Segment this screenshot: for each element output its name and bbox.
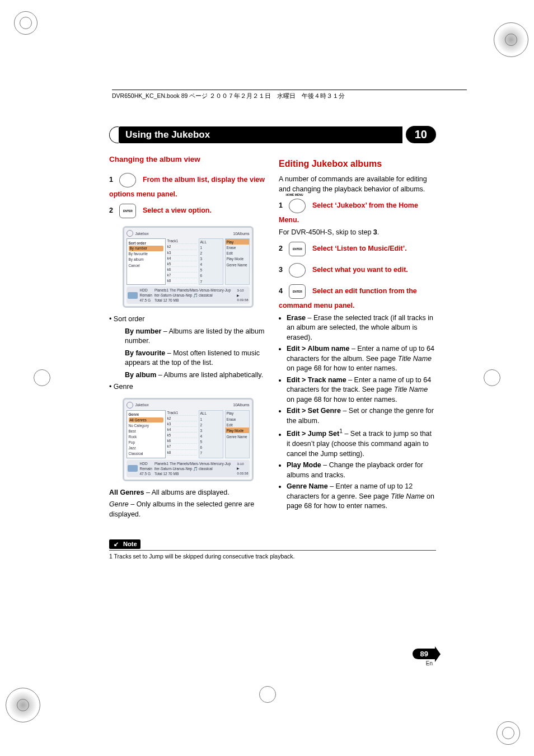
shot-cmd: Edit	[226, 251, 249, 256]
item-text: – Erase the selected track (if all track…	[287, 314, 433, 341]
shot-count: 10Albums	[233, 231, 250, 236]
skip-text: For DVR-450H-S, skip to step	[279, 228, 373, 236]
shot-hdd-label: HDD	[140, 288, 152, 293]
columns: Changing the album view 1 From the album…	[109, 154, 436, 522]
step-text: Select ‘Listen to Music/Edit’.	[312, 245, 407, 253]
step-number: 1	[279, 202, 283, 210]
shot-side-top: ALL	[199, 239, 223, 245]
skip-step: 3	[373, 228, 377, 236]
chapter-number: 10	[406, 126, 436, 143]
body: Using the Jukebox 10 Changing the album …	[109, 126, 436, 672]
shot-cmd: Play Mode	[226, 256, 249, 262]
item-label: Erase	[287, 314, 306, 322]
shot-count: 10Albums	[233, 402, 250, 407]
header-line: DVR650HK_KC_EN.book 89 ページ ２００７年２月２１日 水曜…	[112, 90, 467, 100]
step-number: 2	[279, 245, 283, 253]
shot-pos: 3-10	[237, 288, 248, 293]
heading-change-album-view: Changing the album view	[109, 154, 266, 165]
step-number: 1	[109, 176, 113, 184]
dpad-icon	[117, 171, 138, 190]
shot-cmds: Play Erase Edit Play Mode Genre Name	[225, 238, 250, 285]
shot-title: Jukebox	[135, 231, 149, 236]
allgenres-text: – All albums are displayed.	[144, 489, 229, 496]
item-label: Edit > Track name	[287, 376, 346, 384]
shot-remain-label: Remain	[140, 293, 152, 298]
chapter-cap-icon	[109, 126, 119, 143]
heading-editing-jukebox: Editing Jukebox albums	[279, 158, 436, 170]
list-item: Play Mode – Change the playback order fo…	[287, 461, 436, 480]
shot-cmd: Edit	[226, 422, 249, 428]
left-column: Changing the album view 1 From the album…	[109, 154, 266, 522]
shot-remain-value: 47.5 G	[140, 471, 152, 476]
shot-track-head: Track1	[167, 238, 197, 244]
shot-menu-item: Classical	[129, 451, 163, 457]
step-4: 4 Select an edit function from the comma…	[279, 282, 436, 311]
shot-remain-label: Remain	[140, 466, 152, 471]
shot-menu-item: By favourite	[129, 251, 163, 257]
shot-foot-title: Planets1 The Planets/Mars-Venus-Mercury-…	[154, 461, 235, 466]
sort-item-label: By number	[125, 327, 161, 335]
intro-text: A number of commands are available for e…	[279, 175, 436, 194]
shot-menu-item: Jazz	[129, 445, 163, 450]
list-item: Erase – Erase the selected track (if all…	[287, 313, 436, 343]
page-lang: En	[413, 660, 433, 666]
sort-item-label: By favourite	[125, 349, 165, 357]
dpad-icon	[287, 261, 308, 280]
list-item: Edit > Album name – Enter a name of up t…	[287, 344, 436, 374]
shot-menu-item: Best	[129, 428, 163, 434]
step-number: 3	[279, 266, 283, 274]
shot-cmd: Play Mode	[226, 428, 249, 433]
shot-foot-total: Total 12 70 MB	[154, 471, 235, 476]
shot-remain-value: 47.5 G	[140, 298, 152, 303]
reg-mark-icon	[496, 721, 520, 745]
hdd-icon	[128, 465, 138, 472]
item-text: on page 68 for how to enter names.	[287, 364, 397, 372]
allgenres-label: All Genres	[109, 489, 144, 496]
reg-mark-icon	[34, 369, 50, 386]
note-flag-text: Note	[123, 541, 137, 547]
shot-side: ALL 1234567	[199, 410, 223, 458]
shot-foot-sub: iter-Saturn-Uranus-Nep 🎵 classical	[154, 293, 235, 298]
shot-menu-item: Rock	[129, 434, 163, 439]
shot-menu-item: Pop	[129, 439, 163, 445]
shot-tracklist: Track1 k2k3k4k5k6k7k8	[167, 238, 197, 285]
genre-head: • Genre	[109, 382, 266, 392]
note-flag-icon: Note	[109, 539, 140, 549]
shot-menu-head: Genre	[129, 412, 163, 417]
step-2: 2 Select a view option.	[109, 201, 266, 220]
skip-dot: .	[377, 228, 379, 236]
shot-side-num: 7	[199, 279, 223, 284]
home-menu-button-icon	[287, 196, 308, 215]
shot-cmd: Genre Name	[226, 262, 249, 268]
right-column: Editing Jukebox albums A number of comma…	[279, 154, 436, 522]
item-label: Edit > Album name	[287, 345, 349, 353]
item-label: Play Mode	[287, 461, 321, 469]
page: DVR650HK_KC_EN.book 89 ページ ２００７年２月２１日 水曜…	[0, 0, 534, 756]
shot-side-num: 2	[199, 251, 223, 256]
shot-side-num: 4	[199, 262, 223, 267]
item-label: Edit > Set Genre	[287, 407, 341, 415]
skip-note: For DVR-450H-S, skip to step 3.	[279, 228, 436, 238]
list-item: Genre Name – Enter a name of up to 12 ch…	[287, 482, 436, 511]
shot-foot-sub: iter-Saturn-Uranus-Nep 🎵 classical	[154, 466, 235, 471]
list-item: Edit > Set Genre – Set or change the gen…	[287, 406, 436, 426]
shot-menu-item: All Genres	[129, 417, 163, 422]
shot-menu: Genre All Genres No Category Best Rock P…	[127, 410, 166, 458]
item-ref: Title Name	[391, 492, 424, 500]
chapter-title: Using the Jukebox	[119, 126, 402, 143]
edit-functions-list: Erase – Erase the selected track (if all…	[287, 313, 436, 511]
shot-foot-total: Total 12 70 MB	[154, 298, 235, 303]
shot-cmd: Play	[226, 411, 249, 416]
shot-side-num: 6	[199, 273, 223, 279]
shot-menu-item: By album	[129, 257, 163, 262]
shot-pos: 3-10	[237, 462, 248, 466]
reg-mark-icon	[259, 686, 276, 703]
item-ref: Title Name	[398, 355, 432, 363]
genre-text: – Only albums in the selected genre are …	[109, 500, 254, 518]
shot-side: ALL 1 2 3 4 5 6 7	[199, 238, 223, 285]
page-number: 89	[413, 649, 436, 659]
step-1: 1 From the album list, display the view …	[109, 171, 266, 200]
step-text: Select what you want to edit.	[312, 266, 408, 274]
shot-menu-head: Sort order	[129, 240, 163, 246]
shot-time: 0.03.58	[237, 298, 248, 302]
